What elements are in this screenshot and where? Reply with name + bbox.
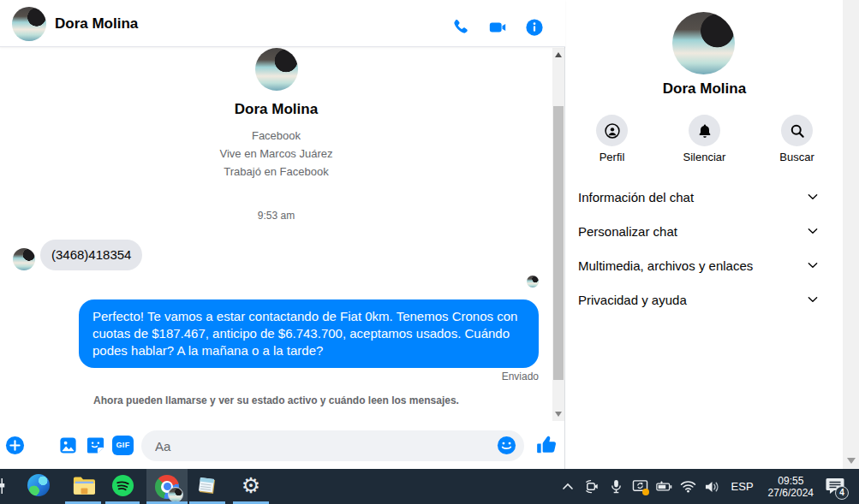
- video-call-icon[interactable]: [488, 18, 507, 37]
- chat-details-panel: Dora Molina Perfil: [566, 0, 859, 469]
- section-media-files-links[interactable]: Multimedia, archivos y enlaces: [566, 248, 843, 282]
- profile-name: Dora Molina: [0, 101, 552, 118]
- mute-button[interactable]: Silenciar: [674, 115, 736, 163]
- message-list: Dora Molina Facebook Vive en Marcos Juár…: [0, 48, 552, 421]
- incoming-message-bubble[interactable]: (3468)418354: [40, 240, 142, 270]
- chat-column: Dora Molina Dora Molina Facebook Vive e: [0, 0, 565, 469]
- tray-sync-update-icon[interactable]: [632, 478, 648, 495]
- scroll-down-arrow[interactable]: [555, 412, 562, 417]
- profile-button-label: Perfil: [582, 151, 643, 163]
- profile-meta: Facebook Vive en Marcos Juárez Trabajó e…: [0, 127, 552, 181]
- chat-header: Dora Molina: [0, 0, 565, 47]
- sticker-icon[interactable]: [86, 436, 105, 455]
- chevron-down-icon: [807, 225, 819, 237]
- windows-taskbar: ⚙: [0, 469, 859, 504]
- section-chat-info[interactable]: Información del chat: [566, 180, 843, 214]
- profile-avatar[interactable]: [255, 48, 298, 91]
- message-input[interactable]: [141, 430, 524, 461]
- outgoing-message-bubble[interactable]: Perfecto! Te vamos a estar contactando d…: [79, 299, 539, 368]
- details-sections: Información del chat Personalizar chat M…: [566, 180, 843, 317]
- search-button[interactable]: Buscar: [767, 115, 828, 163]
- chrome-profile-avatar: [168, 487, 183, 502]
- message-timestamp: 9:53 am: [0, 210, 552, 222]
- tray-camera-icon[interactable]: [584, 478, 600, 495]
- seen-indicator-avatar: [527, 276, 539, 288]
- sender-avatar[interactable]: [13, 248, 35, 270]
- tray-speaker-icon[interactable]: [704, 478, 720, 495]
- notification-count-badge: 4: [835, 486, 849, 500]
- emoji-icon[interactable]: [497, 436, 516, 455]
- section-privacy-help[interactable]: Privacidad y ayuda: [566, 282, 843, 317]
- window-scrollbar[interactable]: [843, 0, 859, 469]
- tray-language-indicator[interactable]: ESP: [728, 480, 757, 493]
- incoming-message-row: (3468)418354: [13, 240, 142, 270]
- tray-wifi-icon[interactable]: [680, 478, 696, 495]
- scroll-up-arrow[interactable]: [555, 52, 562, 57]
- tray-microphone-icon[interactable]: [608, 478, 624, 495]
- details-actions: Perfil Silenciar Buscar: [566, 115, 843, 163]
- chevron-down-icon: [807, 191, 819, 203]
- notepad-icon: [195, 473, 219, 497]
- thumbs-up-icon[interactable]: [535, 434, 558, 456]
- settings-gear-icon: ⚙: [242, 475, 260, 496]
- file-explorer-icon: [72, 474, 95, 497]
- taskbar-notepad-button[interactable]: [188, 469, 227, 501]
- taskbar-edge-button[interactable]: [19, 469, 58, 501]
- update-alert-dot: [642, 489, 649, 495]
- search-icon: [781, 115, 813, 146]
- taskbar-chrome-button[interactable]: [146, 469, 188, 504]
- contact-avatar[interactable]: [12, 7, 46, 41]
- profile-icon: [596, 115, 628, 146]
- message-status: Enviado: [502, 371, 539, 382]
- taskbar-spotify-button[interactable]: [103, 469, 142, 501]
- tray-clock[interactable]: 09:55 27/6/2024: [765, 475, 817, 499]
- details-avatar[interactable]: [672, 12, 735, 74]
- profile-meta-line: Trabajó en Facebook: [0, 163, 552, 181]
- action-center-button[interactable]: 4: [825, 477, 847, 497]
- scrollbar-thumb[interactable]: [553, 106, 564, 380]
- system-notice: Ahora pueden llamarse y ver su estado ac…: [0, 394, 552, 406]
- conversation-profile: Dora Molina Facebook Vive en Marcos Juár…: [0, 48, 552, 181]
- chat-scrollbar[interactable]: [552, 48, 564, 421]
- edge-icon: [27, 474, 50, 496]
- profile-button[interactable]: Perfil: [582, 115, 643, 163]
- chevron-down-icon: [807, 259, 819, 271]
- gif-icon[interactable]: GIF: [112, 436, 134, 455]
- system-tray: ESP 09:55 27/6/2024 4: [560, 469, 859, 504]
- phone-call-icon[interactable]: [450, 18, 469, 37]
- more-actions-icon[interactable]: [5, 436, 25, 455]
- taskbar-settings-button[interactable]: ⚙: [231, 469, 271, 501]
- tray-battery-icon[interactable]: [656, 478, 672, 495]
- search-button-label: Buscar: [767, 151, 828, 163]
- profile-meta-line: Facebook: [0, 127, 552, 145]
- mute-button-label: Silenciar: [674, 151, 736, 163]
- message-composer: GIF: [0, 421, 552, 469]
- messenger-window: Dora Molina Dora Molina Facebook Vive e: [0, 0, 859, 504]
- chrome-icon: [155, 475, 179, 499]
- tray-expand-chevron-icon[interactable]: [560, 478, 576, 495]
- scroll-down-arrow[interactable]: [847, 458, 856, 464]
- details-contact-name: Dora Molina: [566, 80, 843, 98]
- info-icon[interactable]: [525, 18, 544, 37]
- bell-icon: [689, 115, 720, 146]
- tray-time: 09:55: [768, 475, 814, 487]
- chevron-down-icon: [807, 294, 819, 305]
- tray-date: 27/6/2024: [768, 487, 814, 499]
- taskbar-file-explorer-button[interactable]: [63, 469, 103, 501]
- edge-panel-handle-icon[interactable]: [0, 477, 5, 495]
- contact-name[interactable]: Dora Molina: [55, 0, 138, 47]
- spotify-icon: [111, 474, 134, 497]
- section-customize-chat[interactable]: Personalizar chat: [566, 214, 843, 248]
- attach-image-icon[interactable]: [58, 436, 78, 455]
- profile-meta-line: Vive en Marcos Juárez: [0, 145, 552, 163]
